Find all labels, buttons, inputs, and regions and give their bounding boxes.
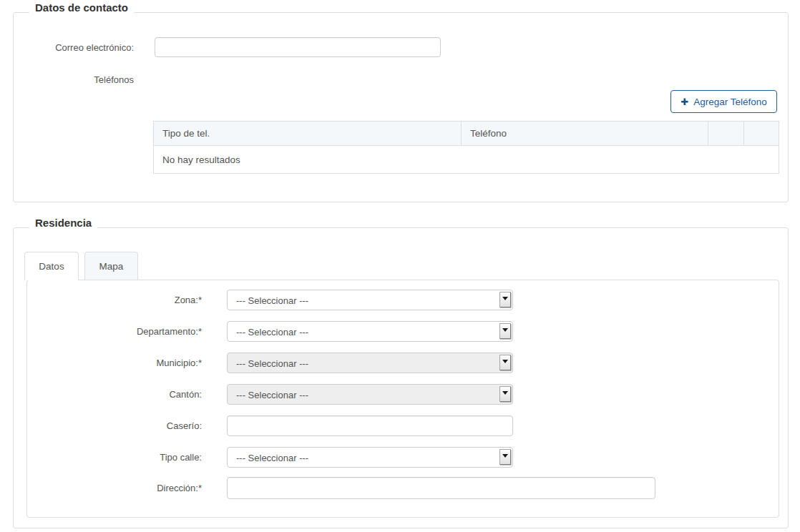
municipio-select: --- Seleccionar --- [227, 353, 513, 373]
contact-fieldset: Datos de contacto Correo electrónico: Te… [13, 12, 789, 202]
zona-select[interactable]: --- Seleccionar --- [227, 290, 513, 310]
municipio-select-value: --- Seleccionar --- [236, 358, 308, 368]
add-phone-label: Agregar Teléfono [693, 97, 767, 107]
phones-table: Tipo de tel. Teléfono No hay resultados [153, 121, 779, 174]
municipio-label: Municipio:* [27, 358, 202, 369]
zona-label: Zona:* [27, 295, 202, 306]
chevron-down-icon [499, 323, 511, 339]
tipo-calle-select-value: --- Seleccionar --- [236, 452, 308, 463]
caserio-input[interactable] [227, 415, 513, 436]
canton-select-value: --- Seleccionar --- [236, 389, 308, 400]
email-label: Correo electrónico: [14, 42, 134, 54]
col-header-action-1 [708, 122, 744, 146]
departamento-select-value: --- Seleccionar --- [236, 326, 308, 337]
tipo-calle-select[interactable]: --- Seleccionar --- [227, 447, 513, 468]
email-input[interactable] [155, 37, 441, 57]
chevron-down-icon [499, 449, 511, 465]
contact-legend: Datos de contacto [29, 2, 134, 14]
col-header-tipo-de-tel: Tipo de tel. [154, 122, 462, 146]
tab-mapa[interactable]: Mapa [84, 252, 138, 280]
add-phone-button[interactable]: ✚ Agregar Teléfono [670, 90, 777, 113]
tab-mapa-label: Mapa [99, 261, 124, 272]
departamento-label: Departamento:* [27, 326, 202, 338]
plus-icon: ✚ [681, 97, 688, 107]
direccion-input[interactable] [227, 477, 655, 499]
tab-datos[interactable]: Datos [24, 252, 79, 280]
departamento-select[interactable]: --- Seleccionar --- [227, 321, 513, 342]
canton-select: --- Seleccionar --- [227, 384, 513, 405]
canton-label: Cantón: [27, 389, 202, 400]
phones-table-header-row: Tipo de tel. Teléfono [154, 122, 779, 146]
col-header-telefono: Teléfono [462, 122, 708, 146]
chevron-down-icon [499, 355, 511, 370]
page: Datos de contacto Correo electrónico: Te… [0, 0, 800, 532]
col-header-action-2 [744, 122, 779, 146]
empty-results-row: No hay resultados [154, 146, 779, 174]
phones-label: Teléfonos [14, 74, 134, 86]
direccion-label: Dirección:* [27, 483, 202, 494]
empty-results-message: No hay resultados [154, 146, 779, 174]
tab-datos-label: Datos [39, 261, 64, 272]
caserio-label: Caserío: [27, 420, 202, 432]
residence-legend: Residencia [29, 217, 97, 229]
chevron-down-icon [499, 386, 511, 402]
zona-select-value: --- Seleccionar --- [236, 295, 308, 305]
tipo-calle-label: Tipo calle: [27, 452, 202, 463]
residence-tab-panel: Zona:* --- Seleccionar --- Departamento:… [26, 280, 779, 518]
residence-fieldset: Residencia Datos Mapa Zona:* --- Selecci… [13, 227, 789, 528]
chevron-down-icon [499, 292, 511, 307]
